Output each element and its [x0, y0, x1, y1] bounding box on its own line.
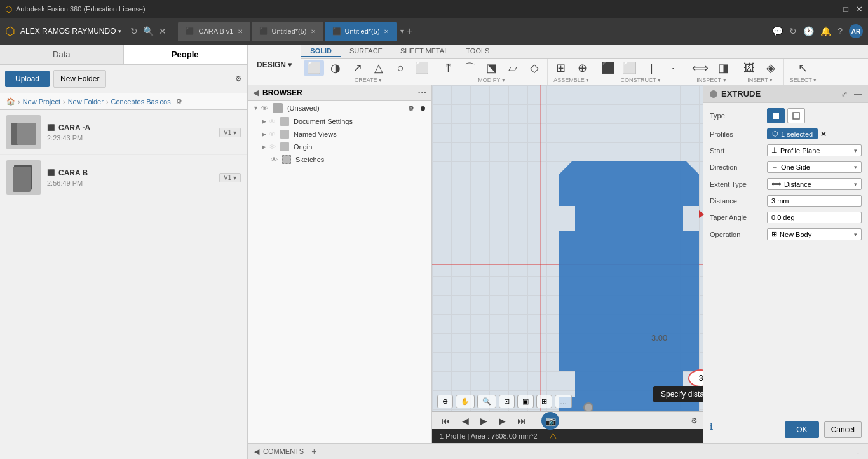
browser-toggle-icon[interactable]: ◀: [253, 88, 259, 97]
list-item[interactable]: ⬛ CARA B 2:56:49 PM V1 ▾: [0, 155, 247, 200]
skip-back-button[interactable]: ⏮: [437, 413, 455, 428]
tab-untitled-5b[interactable]: ⬛ Untitled*(5) ✕: [325, 22, 397, 41]
draft-button[interactable]: ◇: [524, 60, 545, 76]
comments-toggle-icon[interactable]: ◀: [254, 448, 259, 456]
joint-button[interactable]: ⊕: [572, 60, 592, 76]
breadcrumb-new-folder[interactable]: New Folder: [68, 98, 104, 106]
chevron-right-icon[interactable]: ▶: [262, 131, 266, 137]
loft-button[interactable]: △: [369, 60, 389, 76]
sync-icon[interactable]: ↻: [789, 26, 797, 36]
avatar[interactable]: AR: [849, 24, 863, 38]
close-workspace-icon[interactable]: ✕: [159, 26, 166, 36]
display-button[interactable]: ◨: [713, 60, 733, 76]
visibility-icon[interactable]: 👁: [271, 156, 278, 163]
toolbar-tab-surface[interactable]: SURFACE: [341, 46, 391, 57]
visibility-icon[interactable]: 👁: [261, 104, 268, 112]
midplane-button[interactable]: ⬜: [620, 60, 640, 76]
upload-button[interactable]: Upload: [5, 71, 50, 87]
browser-item-origin[interactable]: ▶ 👁 Origin: [248, 140, 431, 153]
info-icon[interactable]: ℹ: [710, 421, 713, 438]
chamfer-button[interactable]: ⬔: [481, 60, 501, 76]
select-button[interactable]: ↖: [793, 60, 813, 76]
play-button[interactable]: ▶: [476, 413, 492, 428]
taper-input[interactable]: 0.0 deg: [767, 212, 862, 223]
help-icon[interactable]: ?: [837, 26, 843, 36]
fillet-button[interactable]: ⌒: [459, 60, 480, 76]
browser-menu-icon[interactable]: ⋯: [417, 88, 426, 98]
toolbar-tab-solid[interactable]: SOLID: [301, 46, 341, 57]
ok-button[interactable]: OK: [785, 421, 818, 438]
zoom-button[interactable]: 🔍: [477, 395, 496, 408]
revolve-button[interactable]: ◑: [325, 60, 346, 76]
refresh-icon[interactable]: ↻: [130, 26, 138, 36]
panel-close-icon[interactable]: —: [854, 90, 862, 99]
browser-item-sketches[interactable]: 👁 Sketches: [248, 153, 431, 166]
insert-mesh-button[interactable]: ◈: [761, 60, 781, 76]
press-pull-button[interactable]: ⤒: [438, 60, 458, 76]
visibility-icon[interactable]: 👁: [269, 130, 276, 138]
extrude-button[interactable]: ⬜: [304, 60, 324, 76]
type-surface-button[interactable]: [787, 108, 805, 123]
new-component-button[interactable]: ⊞: [550, 60, 571, 76]
new-tab-icon[interactable]: +: [407, 25, 412, 37]
extent-dropdown[interactable]: ⟺ Distance ▾: [767, 178, 862, 190]
user-info[interactable]: ALEX RAMOS RAYMUNDO ▾: [20, 27, 121, 36]
operation-dropdown[interactable]: ⊞ New Body ▾: [767, 228, 862, 240]
tabs-dropdown-icon[interactable]: ▾: [400, 27, 404, 36]
bell-icon[interactable]: 🔔: [820, 26, 831, 36]
skip-forward-button[interactable]: ⏭: [513, 413, 531, 428]
camera-button[interactable]: 📷: [541, 412, 559, 430]
sidebar-tab-people[interactable]: People: [124, 45, 248, 64]
gear-icon[interactable]: ⚙: [691, 416, 698, 425]
maximize-button[interactable]: □: [843, 4, 848, 14]
settings-icon[interactable]: ⚙: [408, 104, 414, 113]
panel-expand-icon[interactable]: ⤢: [841, 90, 848, 99]
browser-item-unsaved[interactable]: ▼ 👁 (Unsaved) ⚙ ⏺: [248, 101, 431, 115]
settings-icon[interactable]: ⚙: [235, 74, 242, 83]
design-button[interactable]: DESIGN ▾: [248, 45, 301, 85]
prev-button[interactable]: ◀: [458, 413, 473, 428]
sweep-button[interactable]: ↗: [347, 60, 367, 76]
toolbar-tab-tools[interactable]: TOOLS: [457, 46, 498, 57]
insert-image-button[interactable]: 🖼: [739, 60, 759, 76]
add-comment-icon[interactable]: +: [311, 446, 316, 456]
version-badge[interactable]: V1 ▾: [219, 128, 241, 137]
list-item[interactable]: ⬛ CARA -A 2:23:43 PM V1 ▾: [0, 110, 247, 155]
shell-button[interactable]: ▱: [503, 60, 523, 76]
chevron-right-icon[interactable]: ▶: [262, 144, 266, 150]
point-button[interactable]: ·: [663, 60, 683, 76]
new-folder-button[interactable]: New Folder: [53, 70, 106, 88]
visibility-icon[interactable]: 👁: [269, 118, 276, 125]
tab-untitled-5a[interactable]: ⬛ Untitled*(5) ✕: [252, 22, 323, 41]
tab-close-icon3[interactable]: ✕: [384, 28, 389, 35]
hole-button[interactable]: ○: [390, 60, 410, 76]
next-button[interactable]: ▶: [494, 413, 510, 428]
sidebar-tab-data[interactable]: Data: [0, 45, 124, 64]
grid-button[interactable]: ⊞: [536, 395, 552, 408]
navigate-button[interactable]: ⊕: [437, 395, 453, 408]
fit-button[interactable]: ⊡: [499, 395, 515, 408]
viewport[interactable]: 3.00 3 ⋮ Specify distance to extrude. 1 …: [432, 85, 703, 443]
chat-icon[interactable]: 💬: [772, 26, 783, 36]
offset-plane-button[interactable]: ⬛: [598, 60, 618, 76]
version-badge2[interactable]: V1 ▾: [219, 173, 241, 182]
chevron-right-icon[interactable]: ▶: [262, 118, 266, 125]
profiles-badge[interactable]: ⬡ 1 selected: [767, 128, 818, 139]
profiles-clear-icon[interactable]: ✕: [820, 130, 827, 139]
close-button[interactable]: ✕: [856, 4, 863, 14]
tab-close-icon2[interactable]: ✕: [311, 28, 316, 35]
visibility-icon[interactable]: 👁: [269, 143, 276, 151]
breadcrumb-new-project[interactable]: New Project: [23, 98, 60, 106]
breadcrumb-home[interactable]: 🏠: [6, 97, 15, 106]
breadcrumb-settings-icon[interactable]: ⚙: [176, 97, 182, 106]
measure-button[interactable]: ⟺: [689, 60, 712, 76]
record-icon[interactable]: ⏺: [419, 104, 426, 112]
type-solid-button[interactable]: [767, 108, 785, 123]
distance-input[interactable]: 3 mm: [767, 195, 862, 207]
minimize-button[interactable]: —: [827, 4, 836, 14]
axis-button[interactable]: |: [641, 60, 661, 76]
start-dropdown[interactable]: ⊥ Profile Plane ▾: [767, 144, 862, 156]
chevron-down-icon[interactable]: ▼: [253, 105, 259, 111]
tab-close-icon[interactable]: ✕: [238, 28, 243, 35]
pan-button[interactable]: ✋: [456, 395, 475, 408]
